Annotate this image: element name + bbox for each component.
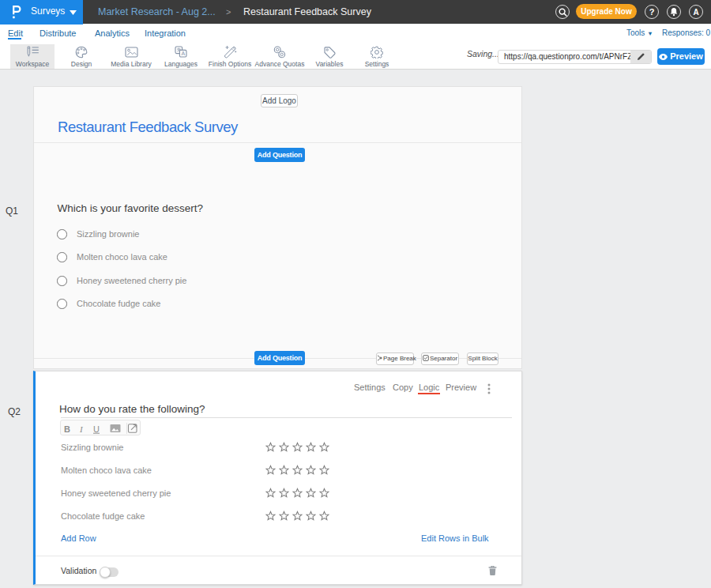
svg-text:U: U xyxy=(93,424,100,434)
svg-text:I: I xyxy=(79,424,84,434)
svg-text:B: B xyxy=(64,424,70,434)
svg-text:A: A xyxy=(182,51,186,56)
